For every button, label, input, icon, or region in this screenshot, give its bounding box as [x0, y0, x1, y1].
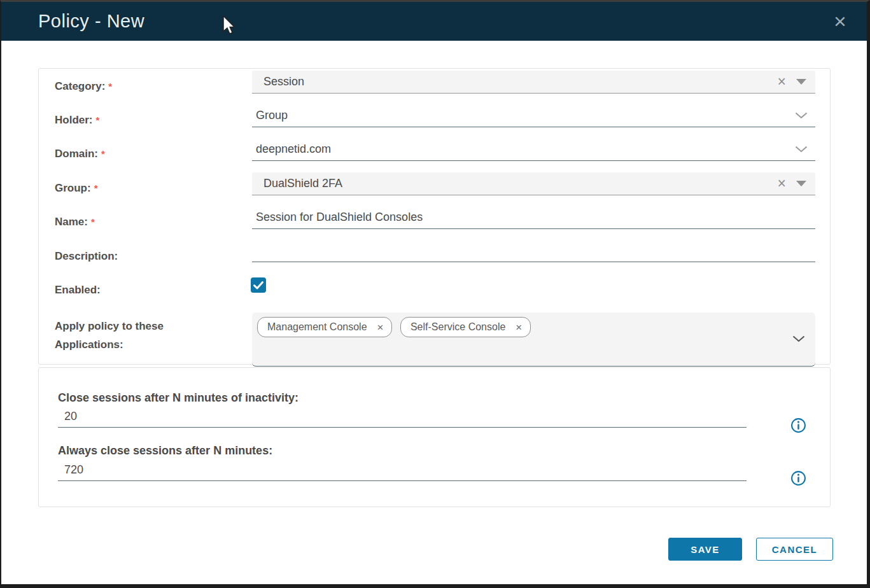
- application-tag: Management Console ×: [257, 317, 392, 337]
- required-asterisk: *: [101, 148, 105, 159]
- category-label: Category:*: [55, 80, 246, 94]
- dialog-title: Policy - New: [38, 11, 144, 32]
- name-label: Name:*: [55, 215, 246, 229]
- name-input[interactable]: [252, 206, 815, 229]
- dialog-header: Policy - New ×: [1, 2, 867, 41]
- domain-select[interactable]: deepnetid.com: [252, 138, 815, 161]
- mouse-cursor-icon: [222, 16, 236, 35]
- holder-chevron-down-icon[interactable]: [795, 112, 808, 119]
- group-dropdown-arrow-icon[interactable]: [796, 181, 806, 186]
- check-icon: [253, 281, 263, 290]
- applications-label: Apply policy to these Applications:: [55, 317, 207, 354]
- always-close-input[interactable]: [58, 463, 747, 481]
- holder-value: Group: [256, 109, 795, 122]
- close-icon[interactable]: ×: [827, 7, 853, 35]
- applications-multiselect[interactable]: Management Console × Self-Service Consol…: [252, 312, 815, 367]
- policy-form-panel: Category:* Session × Holder:* Group Doma…: [38, 68, 831, 365]
- group-label: Group:*: [55, 181, 246, 195]
- group-clear-icon[interactable]: ×: [778, 176, 786, 191]
- category-clear-icon[interactable]: ×: [778, 74, 786, 89]
- inactivity-info-icon[interactable]: [790, 417, 806, 433]
- group-combobox[interactable]: DualShield 2FA ×: [252, 172, 815, 195]
- holder-label: Holder:*: [55, 113, 246, 127]
- inactivity-timeout-label: Close sessions after N minutes of inacti…: [58, 391, 298, 405]
- description-label: Description:: [55, 249, 246, 263]
- always-close-label: Always close sessions after N minutes:: [58, 444, 272, 458]
- enabled-checkbox[interactable]: [251, 277, 266, 293]
- application-tag-label: Self-Service Console: [410, 321, 505, 333]
- required-asterisk: *: [108, 81, 112, 92]
- domain-label: Domain:*: [55, 147, 246, 161]
- save-button[interactable]: SAVE: [668, 538, 742, 561]
- domain-value: deepnetid.com: [256, 143, 795, 156]
- group-value: DualShield 2FA: [263, 177, 778, 190]
- cancel-button[interactable]: CANCEL: [756, 538, 833, 561]
- required-asterisk: *: [96, 115, 100, 125]
- tag-remove-icon[interactable]: ×: [377, 322, 384, 333]
- inactivity-timeout-input[interactable]: [58, 410, 747, 428]
- policy-new-dialog: Policy - New × Category:* Session × Hold…: [0, 0, 870, 588]
- required-asterisk: *: [94, 183, 98, 193]
- holder-select[interactable]: Group: [252, 104, 815, 127]
- description-input[interactable]: [252, 239, 815, 262]
- category-value: Session: [263, 75, 778, 88]
- always-close-info-icon[interactable]: [790, 470, 806, 486]
- application-tag: Self-Service Console ×: [400, 317, 531, 337]
- application-tag-label: Management Console: [267, 321, 367, 333]
- domain-chevron-down-icon[interactable]: [795, 146, 808, 153]
- category-dropdown-arrow-icon[interactable]: [796, 79, 806, 85]
- session-settings-panel: Close sessions after N minutes of inacti…: [38, 367, 831, 507]
- enabled-label: Enabled:: [55, 283, 246, 297]
- required-asterisk: *: [91, 216, 95, 227]
- applications-chevron-down-icon[interactable]: [792, 335, 805, 342]
- category-combobox[interactable]: Session ×: [252, 71, 815, 94]
- tag-remove-icon[interactable]: ×: [516, 322, 522, 333]
